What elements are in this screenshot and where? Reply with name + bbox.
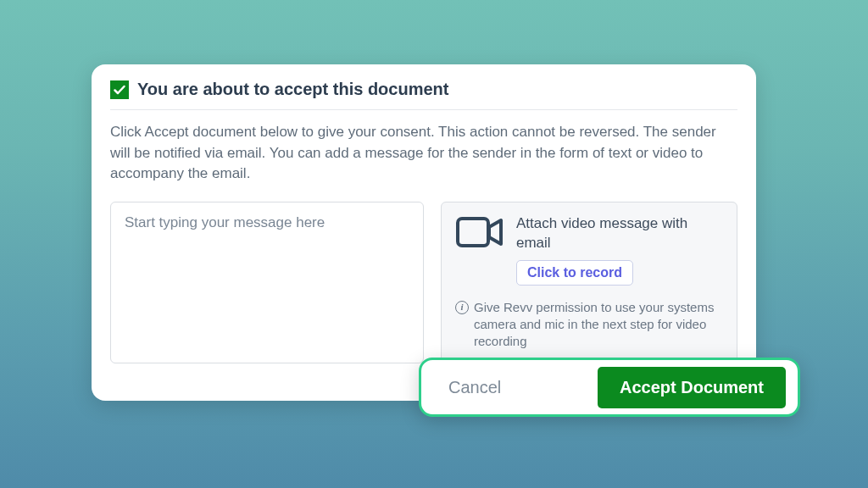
modal-body: Click Accept document below to give your…	[110, 110, 737, 363]
accept-document-modal: You are about to accept this document Cl…	[92, 64, 756, 401]
record-button[interactable]: Click to record	[516, 260, 633, 286]
video-panel-top: Attach video message with email Click to…	[455, 214, 723, 286]
info-icon: i	[455, 301, 469, 314]
svg-rect-0	[458, 219, 488, 246]
message-input[interactable]	[110, 202, 424, 363]
modal-title: You are about to accept this document	[137, 80, 448, 99]
video-text-column: Attach video message with email Click to…	[516, 214, 723, 286]
video-panel-title: Attach video message with email	[516, 214, 723, 253]
cancel-button[interactable]: Cancel	[443, 371, 506, 404]
modal-header: You are about to accept this document	[110, 80, 737, 110]
video-hint: i Give Revv permission to use your syste…	[455, 299, 723, 351]
video-hint-text: Give Revv permission to use your systems…	[474, 299, 723, 351]
modal-description: Click Accept document below to give your…	[110, 122, 737, 185]
checkmark-icon	[110, 80, 129, 99]
accept-button[interactable]: Accept Document	[598, 367, 786, 408]
video-camera-icon	[455, 214, 504, 250]
video-panel: Attach video message with email Click to…	[441, 202, 737, 363]
content-row: Attach video message with email Click to…	[110, 202, 737, 363]
action-bar: Cancel Accept Document	[419, 358, 800, 417]
